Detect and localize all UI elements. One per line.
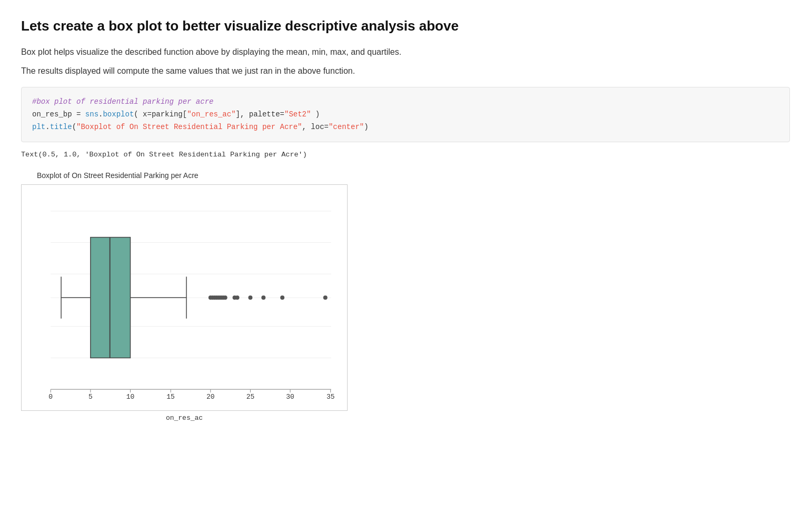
svg-text:35: 35 <box>327 393 335 401</box>
svg-text:0: 0 <box>48 393 53 401</box>
svg-text:25: 25 <box>246 393 255 401</box>
code-string-title: "Boxplot of On Street Residential Parkin… <box>76 123 302 131</box>
code-method-plt: plt <box>32 123 45 131</box>
x-axis-label: on_res_ac <box>21 413 348 423</box>
svg-text:10: 10 <box>126 393 135 401</box>
svg-text:30: 30 <box>286 393 294 401</box>
code-method-boxplot: boxplot <box>103 110 134 119</box>
page-title: Lets create a box plot to better visuali… <box>21 16 790 36</box>
chart-area: 0 5 10 15 20 25 30 35 <box>21 184 348 411</box>
code-comment: #box plot of residential parking per acr… <box>32 97 213 106</box>
svg-point-26 <box>323 295 328 300</box>
svg-point-24 <box>261 295 265 300</box>
chart-svg: 0 5 10 15 20 25 30 35 <box>22 185 347 410</box>
chart-title: Boxplot of On Street Residential Parking… <box>37 170 348 181</box>
code-method-title: title <box>50 123 72 131</box>
svg-text:5: 5 <box>88 393 93 401</box>
description-2: The results displayed will compute the s… <box>21 65 790 77</box>
code-block: #box plot of residential parking per acr… <box>21 87 790 142</box>
svg-point-25 <box>280 295 284 300</box>
svg-point-23 <box>248 295 252 300</box>
code-method-sns: sns <box>85 110 98 119</box>
output-text: Text(0.5, 1.0, 'Boxplot of On Street Res… <box>21 150 790 160</box>
chart-container: Boxplot of On Street Residential Parking… <box>21 170 348 423</box>
svg-rect-11 <box>91 237 131 358</box>
svg-point-20 <box>223 295 228 300</box>
svg-text:20: 20 <box>206 393 215 401</box>
code-var-on-res-bp: on_res_bp <box>32 110 72 119</box>
description-1: Box plot helps visualize the described f… <box>21 46 790 58</box>
svg-text:15: 15 <box>166 393 175 401</box>
svg-point-22 <box>235 295 240 300</box>
